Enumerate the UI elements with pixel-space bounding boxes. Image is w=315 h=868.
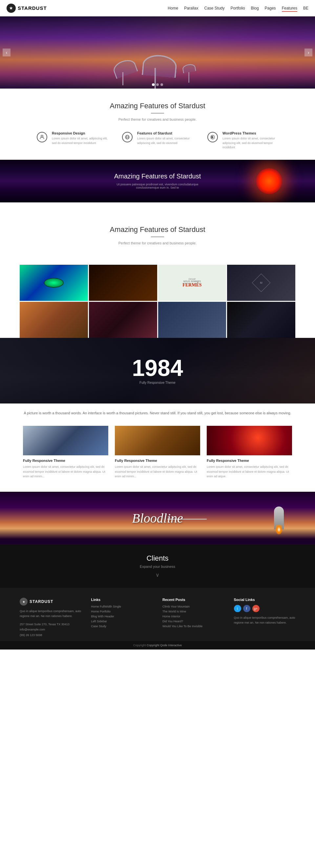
responsive-icon [37, 132, 47, 143]
footer-link-1[interactable]: Home FullWidth Single [91, 605, 153, 608]
footer-social-text: Quo in alique temporibus comprehensam, a… [234, 615, 296, 625]
nav-item-blog[interactable]: Blog [251, 6, 259, 10]
section-subtitle-1: Perfect theme for creatives and business… [20, 118, 295, 121]
quote-text: A picture is worth a thousand words. An … [20, 410, 295, 416]
portfolio-item-1[interactable] [20, 265, 88, 301]
footer-links-title: Links [91, 598, 153, 601]
recent-post-1[interactable]: Climb Your Mountain [162, 605, 224, 608]
portfolio-grid: Désolé NOUS SOMMES FERMÉS M [20, 265, 295, 338]
clients-expand-arrow[interactable]: ∨ [20, 572, 295, 578]
blog-post-image-2[interactable] [115, 426, 200, 455]
footer-recent-posts-col: Recent Posts Climb Your Mountain The Wor… [162, 598, 224, 638]
bloodline-banner: Bloodline [0, 492, 315, 544]
wp-icon [208, 132, 218, 143]
footer: ★ STARDUST Quo in alique temporibus comp… [0, 588, 315, 641]
section-subtitle-2: Perfect theme for creatives and business… [20, 241, 295, 245]
portfolio-item-8[interactable] [227, 302, 295, 338]
feature-desc-3: Lorem ipsum dolor sit amet, consectetur … [222, 136, 279, 150]
portfolio-item-3[interactable]: Désolé NOUS SOMMES FERMÉS [158, 265, 226, 301]
counter-subtitle: Fully Responsive Theme [139, 381, 176, 384]
feature-title-3: WordPress Themes [222, 131, 279, 135]
footer-about: ★ STARDUST Quo in alique temporibus comp… [20, 598, 82, 638]
portfolio-item-7[interactable] [158, 302, 226, 338]
feature-item-2: Features of Stardust Lorem ipsum dolor s… [121, 131, 194, 150]
blog-post-image-1[interactable] [23, 426, 108, 455]
footer-logo: ★ STARDUST [20, 598, 82, 606]
feature-item-1: Responsive Design Lorem ipsum dolor sit … [36, 131, 108, 150]
blog-post-image-3[interactable] [207, 426, 292, 455]
blog-post-1: Fully Responsive Theme Lorem ipsum dolor… [23, 426, 108, 478]
feature-desc-1: Lorem ipsum dolor sit amet, adipiscing e… [52, 136, 108, 145]
slider-dot-2[interactable] [156, 83, 159, 86]
features-section-1: Amazing Features of Stardust Perfect the… [0, 89, 315, 160]
feature-icon-1 [36, 131, 48, 143]
nav-item-portfolio[interactable]: Portfolio [231, 6, 245, 10]
nav-item-pages[interactable]: Pages [265, 6, 276, 10]
section-divider-2 [151, 237, 164, 237]
recent-post-3[interactable]: Home Interior [162, 615, 224, 618]
nav-item-be[interactable]: BE [303, 6, 309, 10]
feature-title-1: Responsive Design [52, 131, 108, 135]
parallax-glow [256, 168, 282, 194]
nav-item-casestudy[interactable]: Case Study [204, 6, 224, 10]
feature-text-1: Responsive Design Lorem ipsum dolor sit … [52, 131, 108, 145]
globe-icon [122, 132, 132, 143]
social-icons: t f g+ [234, 605, 296, 612]
blog-post-title-3: Fully Responsive Theme [207, 459, 292, 463]
portfolio-item-4[interactable]: M [227, 265, 295, 301]
footer-recent-list: Climb Your Mountain The World is Mine Ho… [162, 605, 224, 628]
footer-address: 257 Street Suite 270, Texas TX 30413 inf… [20, 622, 82, 638]
navbar: ★ STARDUST Home Parallax Case Study Port… [0, 0, 315, 17]
footer-logo-text: STARDUST [30, 599, 53, 604]
footer-link-3[interactable]: Blog With Header [91, 615, 153, 618]
section-title-1: Amazing Features of Stardust [20, 102, 295, 110]
parallax-1984: 1984 Fully Responsive Theme [0, 338, 315, 403]
portfolio-item-5[interactable] [20, 302, 88, 338]
blog-posts: Fully Responsive Theme Lorem ipsum dolor… [0, 423, 315, 492]
spacer-1 [0, 203, 315, 222]
portfolio-item-2[interactable] [89, 265, 157, 301]
hero-image [0, 17, 315, 89]
copyright-link[interactable]: Copyright Qode Interactive [147, 644, 182, 647]
twitter-icon[interactable]: t [234, 605, 241, 612]
slider-dot-3[interactable] [160, 83, 163, 86]
blog-post-text-3: Lorem ipsum dolor sit amet, consectetur … [207, 465, 292, 478]
nav-item-features[interactable]: Features [282, 6, 297, 10]
footer-about-text: Quo in alique temporibus comprehensam, a… [20, 609, 82, 618]
blog-post-title-2: Fully Responsive Theme [115, 459, 200, 463]
facebook-icon[interactable]: f [243, 605, 250, 612]
slider-dot-1[interactable] [152, 83, 155, 86]
slider-prev-button[interactable]: ‹ [3, 49, 10, 56]
recent-post-2[interactable]: The World is Mine [162, 610, 224, 613]
parallax-title-1: Amazing Features of Stardust [114, 173, 201, 180]
logo[interactable]: ★ STARDUST [6, 4, 47, 13]
recent-post-4[interactable]: Did You Heard? [162, 620, 224, 623]
footer-link-5[interactable]: Case Study [91, 625, 153, 628]
nav-item-home[interactable]: Home [168, 6, 178, 10]
gplus-icon[interactable]: g+ [252, 605, 259, 612]
recent-post-5[interactable]: Would You Like To Be Invisible [162, 625, 224, 628]
footer-social-title: Social Links [234, 598, 296, 601]
footer-logo-icon: ★ [20, 598, 28, 606]
feature-icon-2 [121, 131, 133, 143]
clients-section: Clients Expand your business ∨ [0, 544, 315, 588]
blog-post-3: Fully Responsive Theme Lorem ipsum dolor… [207, 426, 292, 478]
blog-post-text-2: Lorem ipsum dolor sit amet, consectetur … [115, 465, 200, 478]
feature-title-2: Features of Stardust [137, 131, 194, 135]
nav-item-parallax[interactable]: Parallax [184, 6, 198, 10]
footer-links-list: Home FullWidth Single Home Portfolio Blo… [91, 605, 153, 628]
footer-bottom: Copyright Copyright Qode Interactive [0, 641, 315, 650]
copyright-text: Copyright [133, 644, 147, 647]
parallax-banner-1: Amazing Features of Stardust Ut posuere … [0, 160, 315, 203]
footer-link-2[interactable]: Home Portfolio [91, 610, 153, 613]
rocket-image [262, 502, 295, 534]
section-divider-1 [151, 113, 164, 114]
feature-desc-2: Lorem ipsum dolor sit amet, consectetur … [137, 136, 194, 145]
footer-recent-title: Recent Posts [162, 598, 224, 601]
slider-next-button[interactable]: › [305, 49, 312, 56]
portfolio-item-6[interactable] [89, 302, 157, 338]
section-title-2: Amazing Features of Stardust [20, 225, 295, 234]
feature-item-3: WordPress Themes Lorem ipsum dolor sit a… [207, 131, 279, 150]
footer-link-4[interactable]: Left Sidebar [91, 620, 153, 623]
nav-links: Home Parallax Case Study Portfolio Blog … [168, 6, 309, 10]
